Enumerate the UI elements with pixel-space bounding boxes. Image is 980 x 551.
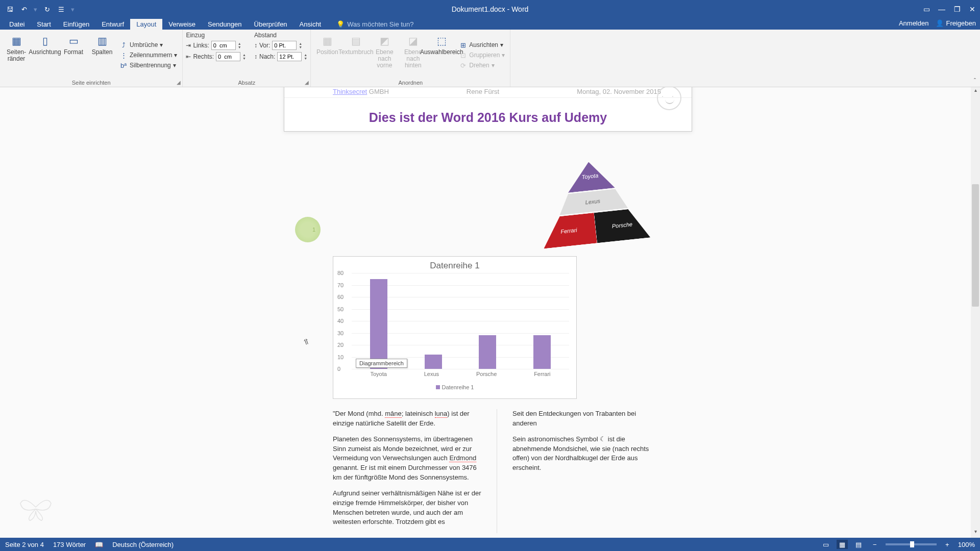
indent-left-spinner[interactable]: ▲▼	[238, 42, 241, 49]
columns-button[interactable]: ▥Spalten	[89, 32, 115, 79]
header-left: Thinksecret GMBH	[333, 88, 389, 95]
chart-x-labels: ToyotaLexusPorscheFerrari	[352, 369, 569, 377]
paragraph: Planeten des Sonnensystems, im übertrage…	[333, 435, 481, 483]
chart-object[interactable]: Datenreihe 1 01020304050607080 ToyotaLex…	[333, 256, 577, 399]
save-button[interactable]: 🖫	[4, 4, 15, 15]
lightbulb-icon: 💡	[336, 20, 345, 28]
page-header: Thinksecret GMBH Rene Fürst Montag, 02. …	[284, 87, 692, 98]
document-area[interactable]: Thinksecret GMBH Rene Fürst Montag, 02. …	[0, 87, 980, 538]
size-button[interactable]: ▭Format	[60, 32, 87, 79]
space-after-row: ↕ Nach: ▲▼	[254, 52, 307, 61]
tab-einfuegen[interactable]: Einfügen	[57, 19, 95, 30]
space-after-spinner[interactable]: ▲▼	[304, 53, 307, 60]
chart-ytick: 70	[337, 282, 344, 288]
breaks-button[interactable]: ⤴Umbrüche ▾	[117, 40, 179, 49]
qat-customize[interactable]: ▾	[71, 6, 75, 13]
indent-right-spinner[interactable]: ▲▼	[242, 53, 246, 60]
space-before-spinner[interactable]: ▲▼	[299, 42, 302, 49]
wrap-icon: ▤	[349, 34, 363, 48]
zoom-slider[interactable]	[886, 543, 937, 545]
group-label-page-setup: Seite einrichten	[3, 79, 179, 86]
pyramid-smartart[interactable]: Toyota Lexus Ferrari Porsche	[535, 156, 651, 254]
position-button: ▦Position	[314, 32, 340, 79]
chart-ytick: 40	[337, 318, 344, 324]
collapse-ribbon-button[interactable]: ˆ	[974, 78, 976, 85]
chart-bars	[352, 273, 569, 369]
line-numbers-button[interactable]: ⋮Zeilennummern ▾	[117, 51, 179, 60]
zoom-out-button[interactable]: −	[869, 540, 880, 549]
selection-pane-button[interactable]: ⬚Auswahlbereich	[428, 32, 455, 79]
orientation-button[interactable]: ▯Ausrichtung	[32, 32, 58, 79]
space-after-input[interactable]	[277, 52, 302, 61]
chart-ytick: 10	[337, 354, 344, 360]
page-setup-launcher[interactable]: ◢	[177, 80, 181, 85]
chart-legend: Datenreihe 1	[333, 377, 576, 390]
ribbon-display-button[interactable]: ▭	[919, 0, 934, 18]
share-button[interactable]: 👤Freigeben	[936, 19, 976, 27]
spacing-label: Abstand	[254, 32, 307, 41]
tab-ansicht[interactable]: Ansicht	[293, 19, 328, 30]
paragraph-launcher[interactable]: ◢	[305, 80, 309, 85]
orientation-icon: ▯	[38, 34, 52, 48]
pyramid-level-1: Toyota	[535, 156, 645, 196]
print-layout-button[interactable]: ▦	[837, 540, 848, 549]
undo-button[interactable]: ↶	[18, 4, 30, 15]
language-indicator[interactable]: Deutsch (Österreich)	[112, 541, 174, 548]
zoom-in-button[interactable]: +	[942, 540, 953, 549]
tell-me-search[interactable]: 💡 Was möchten Sie tun?	[332, 19, 418, 30]
touch-icon: ☰	[58, 6, 64, 13]
account-area: Anmelden 👤Freigeben	[899, 19, 976, 27]
restore-button[interactable]: ❐	[949, 0, 965, 18]
chart-xtick: Ferrari	[534, 371, 550, 377]
tab-layout[interactable]: Layout	[130, 19, 162, 30]
redo-button[interactable]: ↻	[41, 4, 53, 15]
save-icon: 🖫	[7, 6, 13, 13]
align-button[interactable]: ⊞Ausrichten ▾	[457, 40, 507, 49]
group-objects-button: ⊡Gruppieren ▾	[457, 51, 507, 60]
zoom-knob[interactable]	[910, 541, 914, 547]
scroll-up-button[interactable]: ▴	[971, 87, 980, 96]
word-count[interactable]: 173 Wörter	[53, 541, 86, 548]
text-wrap-button: ▤Textumbruch	[342, 32, 369, 79]
chart-title: Datenreihe 1	[333, 257, 576, 273]
scroll-thumb[interactable]	[972, 184, 979, 307]
tab-ueberpruefen[interactable]: Überprüfen	[248, 19, 293, 30]
group-page-setup: ▦Seiten- ränder ▯Ausrichtung ▭Format ▥Sp…	[0, 30, 183, 87]
tab-verweise[interactable]: Verweise	[162, 19, 202, 30]
web-layout-button[interactable]: ▤	[853, 540, 864, 549]
margins-button[interactable]: ▦Seiten- ränder	[3, 32, 30, 79]
close-button[interactable]: ✕	[965, 0, 980, 18]
redo-icon: ↻	[44, 6, 50, 13]
vertical-scrollbar[interactable]: ▴ ▾	[971, 87, 980, 538]
document-page[interactable]: Thinksecret GMBH Rene Fürst Montag, 02. …	[284, 87, 692, 132]
space-after-icon: ↕	[254, 53, 257, 60]
undo-icon: ↶	[21, 6, 27, 13]
hyphenation-button[interactable]: bªSilbentrennung ▾	[117, 61, 179, 70]
indent-left-input[interactable]	[211, 41, 236, 50]
tab-sendungen[interactable]: Sendungen	[202, 19, 248, 30]
window-title: Dokument1.docx - Word	[452, 5, 529, 13]
space-before-input[interactable]	[272, 41, 297, 50]
indent-left-row: ⇥ Links: ▲▼	[186, 41, 246, 50]
paragraph: Seit den Entdeckungen von Trabanten bei …	[512, 409, 661, 429]
signin-button[interactable]: Anmelden	[899, 19, 929, 27]
scroll-down-button[interactable]: ▾	[971, 529, 980, 538]
read-mode-button[interactable]: ▭	[820, 540, 831, 549]
header-right: Montag, 02. November 2015	[577, 88, 661, 95]
touch-mode-button[interactable]: ☰	[56, 4, 67, 15]
proofing-button[interactable]: 📖	[95, 541, 103, 548]
minimize-icon: —	[938, 5, 945, 13]
tab-datei[interactable]: Datei	[3, 19, 31, 30]
tab-start[interactable]: Start	[31, 19, 57, 30]
page-indicator[interactable]: Seite 2 von 4	[5, 541, 44, 548]
indent-right-input[interactable]	[216, 52, 240, 61]
group-icon: ⊡	[459, 51, 467, 59]
indent-left-icon: ⇥	[186, 42, 191, 49]
pyramid-ferrari: Ferrari	[541, 213, 597, 249]
zoom-level[interactable]: 100%	[958, 541, 975, 548]
minimize-button[interactable]: —	[934, 0, 949, 18]
chart-bar	[533, 335, 551, 369]
tab-entwurf[interactable]: Entwurf	[95, 19, 130, 30]
chart-gridline	[352, 369, 569, 369]
window-controls: ▭ — ❐ ✕	[919, 0, 980, 18]
